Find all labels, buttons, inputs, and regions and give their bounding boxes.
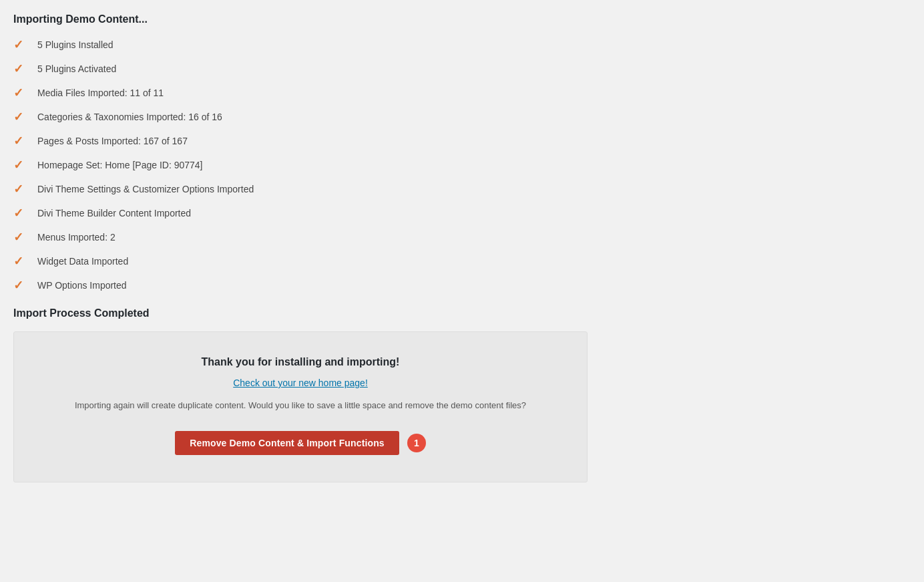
checkmark-icon: ✓ xyxy=(13,230,28,245)
button-row: Remove Demo Content & Import Functions 1 xyxy=(34,431,567,455)
checkmark-icon: ✓ xyxy=(13,182,28,196)
checklist-item-wp-options: ✓WP Options Imported xyxy=(13,278,911,293)
checkmark-icon: ✓ xyxy=(13,110,28,124)
page-title: Importing Demo Content... xyxy=(13,13,911,25)
checklist-item-widget-data: ✓Widget Data Imported xyxy=(13,254,911,269)
checkmark-icon: ✓ xyxy=(13,61,28,76)
badge-number: 1 xyxy=(407,434,426,452)
checklist-item-text: Categories & Taxonomies Imported: 16 of … xyxy=(37,112,222,122)
checkmark-icon: ✓ xyxy=(13,278,28,293)
checklist-item-pages-posts: ✓Pages & Posts Imported: 167 of 167 xyxy=(13,134,911,148)
checklist-item-divi-builder: ✓Divi Theme Builder Content Imported xyxy=(13,206,911,221)
home-page-link[interactable]: Check out your new home page! xyxy=(34,378,567,388)
checkmark-icon: ✓ xyxy=(13,254,28,269)
checklist-item-categories-taxonomies: ✓Categories & Taxonomies Imported: 16 of… xyxy=(13,110,911,124)
checkmark-icon: ✓ xyxy=(13,158,28,172)
checkmark-icon: ✓ xyxy=(13,206,28,221)
checklist-item-text: Media Files Imported: 11 of 11 xyxy=(37,88,164,98)
checklist-item-divi-settings: ✓Divi Theme Settings & Customizer Option… xyxy=(13,182,911,196)
checklist-item-text: Homepage Set: Home [Page ID: 90774] xyxy=(37,160,202,170)
checklist-item-plugins-installed: ✓5 Plugins Installed xyxy=(13,37,911,52)
checklist-item-text: Menus Imported: 2 xyxy=(37,232,116,243)
checklist-item-menus: ✓Menus Imported: 2 xyxy=(13,230,911,245)
checklist-item-text: Widget Data Imported xyxy=(37,256,128,267)
checkmark-icon: ✓ xyxy=(13,134,28,148)
checklist: ✓5 Plugins Installed✓5 Plugins Activated… xyxy=(13,37,911,293)
checklist-item-homepage-set: ✓Homepage Set: Home [Page ID: 90774] xyxy=(13,158,911,172)
checklist-item-text: WP Options Imported xyxy=(37,280,127,291)
remove-demo-content-button[interactable]: Remove Demo Content & Import Functions xyxy=(175,431,399,455)
checklist-item-text: Divi Theme Builder Content Imported xyxy=(37,208,191,219)
checklist-item-text: 5 Plugins Installed xyxy=(37,39,113,50)
checklist-item-text: Pages & Posts Imported: 167 of 167 xyxy=(37,136,188,146)
thank-you-text: Thank you for installing and importing! xyxy=(34,356,567,368)
checklist-item-text: 5 Plugins Activated xyxy=(37,63,116,74)
checkmark-icon: ✓ xyxy=(13,86,28,100)
warning-text: Importing again will create duplicate co… xyxy=(34,399,567,412)
checklist-item-text: Divi Theme Settings & Customizer Options… xyxy=(37,184,254,194)
completion-box: Thank you for installing and importing! … xyxy=(13,331,588,482)
checklist-item-plugins-activated: ✓5 Plugins Activated xyxy=(13,61,911,76)
import-completed-label: Import Process Completed xyxy=(13,307,911,319)
checkmark-icon: ✓ xyxy=(13,37,28,52)
checklist-item-media-files: ✓Media Files Imported: 11 of 11 xyxy=(13,86,911,100)
